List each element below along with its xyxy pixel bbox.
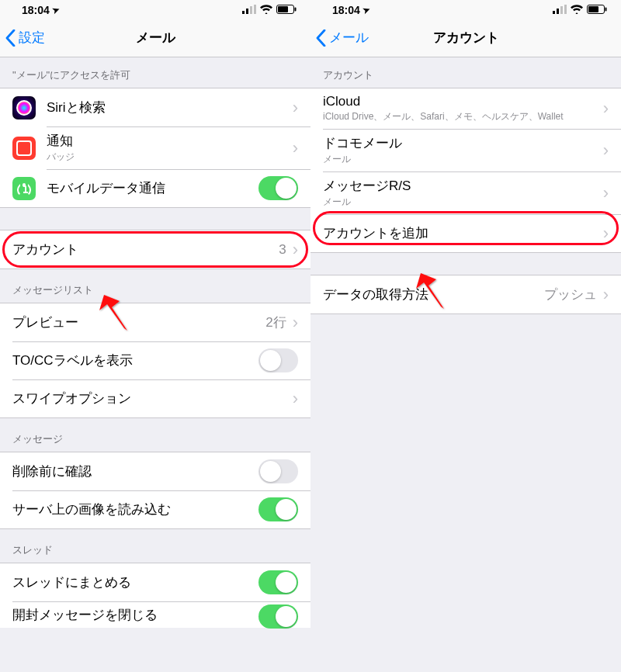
siri-icon xyxy=(12,96,36,120)
back-button[interactable]: 設定 xyxy=(0,29,45,47)
signal-icon xyxy=(553,4,567,16)
wifi-icon xyxy=(571,4,583,16)
account-sub: メール xyxy=(323,153,603,166)
back-label: 設定 xyxy=(19,29,45,47)
signal-icon xyxy=(242,4,256,16)
nav-bar: 設定 メール xyxy=(0,19,310,57)
cellular-label: モバイルデータ通信 xyxy=(47,179,258,197)
chevron-right-icon: › xyxy=(293,313,298,333)
section-message-header: メッセージ xyxy=(0,418,310,452)
back-label: メール xyxy=(329,29,369,47)
svg-rect-5 xyxy=(278,6,288,12)
account-row[interactable]: ドコモメール メール › xyxy=(310,129,621,171)
thread-group-row[interactable]: スレッドにまとめる xyxy=(0,563,310,601)
location-icon: ➤ xyxy=(362,4,372,16)
accounts-row[interactable]: アカウント 3 › xyxy=(0,230,310,268)
accounts-label: アカウント xyxy=(12,241,279,258)
svg-rect-12 xyxy=(588,6,598,12)
svg-rect-3 xyxy=(254,5,256,14)
chevron-right-icon: › xyxy=(603,99,609,119)
svg-rect-8 xyxy=(557,9,559,14)
cellular-switch[interactable] xyxy=(258,176,298,200)
confirm-delete-row[interactable]: 削除前に確認 xyxy=(0,452,310,490)
account-title: iCloud xyxy=(323,94,603,109)
swipe-row[interactable]: スワイプオプション › xyxy=(0,379,310,417)
cellular-icon xyxy=(12,177,36,200)
chevron-right-icon: › xyxy=(603,285,609,305)
chevron-right-icon: › xyxy=(293,98,298,118)
tocc-switch[interactable] xyxy=(258,348,298,372)
page-title: アカウント xyxy=(433,29,499,47)
status-bar: 18:04 ➤ xyxy=(310,0,621,19)
account-title: メッセージR/S xyxy=(323,177,603,195)
chevron-left-icon xyxy=(316,29,326,47)
battery-icon xyxy=(587,4,607,16)
siri-row[interactable]: Siriと検索 › xyxy=(0,88,310,126)
add-account-label: アカウントを追加 xyxy=(323,224,603,242)
load-remote-row[interactable]: サーバ上の画像を読み込む xyxy=(0,490,310,528)
chevron-right-icon: › xyxy=(293,389,298,409)
svg-rect-10 xyxy=(564,5,567,14)
section-access-header: "メール"にアクセスを許可 xyxy=(0,57,310,88)
svg-rect-2 xyxy=(250,6,252,14)
section-msglist-header: メッセージリスト xyxy=(0,269,310,303)
siri-label: Siriと検索 xyxy=(47,99,293,116)
status-time: 18:04 xyxy=(332,4,360,16)
right-screen: 18:04 ➤ メール アカウント アカウント iCloud iCloud D xyxy=(310,0,621,672)
swipe-label: スワイプオプション xyxy=(12,390,293,407)
notifications-icon xyxy=(12,137,36,160)
add-account-row[interactable]: アカウントを追加 › xyxy=(310,214,621,252)
svg-rect-9 xyxy=(560,6,563,14)
thread-group-label: スレッドにまとめる xyxy=(12,573,258,591)
account-row[interactable]: メッセージR/S メール › xyxy=(310,171,621,214)
tocc-row[interactable]: TO/CCラベルを表示 xyxy=(0,341,310,379)
chevron-right-icon: › xyxy=(603,223,609,244)
notifications-label: 通知 xyxy=(47,132,293,150)
cellular-row[interactable]: モバイルデータ通信 xyxy=(0,169,310,207)
tocc-label: TO/CCラベルを表示 xyxy=(12,352,258,369)
confirm-delete-label: 削除前に確認 xyxy=(12,462,258,480)
close-read-label: 開封メッセージを閉じる xyxy=(12,606,258,624)
fetch-label: データの取得方法 xyxy=(323,286,544,303)
confirm-delete-switch[interactable] xyxy=(258,459,298,483)
account-row[interactable]: iCloud iCloud Drive、メール、Safari、メモ、ヘルスケア、… xyxy=(310,88,621,129)
status-time: 18:04 xyxy=(22,4,50,16)
wifi-icon xyxy=(260,4,272,16)
page-title: メール xyxy=(136,29,175,47)
back-button[interactable]: メール xyxy=(310,29,369,47)
section-thread-header: スレッド xyxy=(0,529,310,563)
nav-bar: メール アカウント xyxy=(310,19,621,57)
preview-label: プレビュー xyxy=(12,313,265,331)
svg-rect-7 xyxy=(553,11,555,14)
fetch-row[interactable]: データの取得方法 プッシュ › xyxy=(310,275,621,313)
account-sub: iCloud Drive、メール、Safari、メモ、ヘルスケア、Wallet xyxy=(323,110,564,123)
preview-row[interactable]: プレビュー 2行 › xyxy=(0,303,310,341)
chevron-right-icon: › xyxy=(293,138,298,158)
status-bar: 18:04 ➤ xyxy=(0,0,310,19)
section-accounts-header: アカウント xyxy=(310,57,621,88)
chevron-right-icon: › xyxy=(603,183,609,203)
chevron-right-icon: › xyxy=(603,140,609,161)
chevron-right-icon: › xyxy=(293,240,298,260)
accounts-count: 3 xyxy=(279,242,286,258)
notifications-sub: バッジ xyxy=(47,151,293,164)
thread-group-switch[interactable] xyxy=(258,570,298,594)
fetch-value: プッシュ xyxy=(544,286,597,303)
notifications-row[interactable]: 通知 バッジ › xyxy=(0,126,310,169)
battery-icon xyxy=(276,4,297,16)
account-title: ドコモメール xyxy=(323,134,603,152)
load-remote-label: サーバ上の画像を読み込む xyxy=(12,501,258,518)
svg-rect-13 xyxy=(605,8,607,12)
svg-rect-0 xyxy=(242,11,245,14)
svg-rect-6 xyxy=(295,8,297,12)
load-remote-switch[interactable] xyxy=(258,497,298,521)
account-sub: メール xyxy=(323,196,603,209)
left-screen: 18:04 ➤ 設定 メール "メール"にアクセスを許可 Siriと検索 › xyxy=(0,0,310,672)
location-icon: ➤ xyxy=(51,4,61,16)
preview-value: 2行 xyxy=(265,313,286,331)
close-read-switch[interactable] xyxy=(258,604,298,629)
chevron-left-icon xyxy=(5,29,16,47)
svg-rect-1 xyxy=(246,9,248,14)
close-read-row[interactable]: 開封メッセージを閉じる xyxy=(0,601,310,628)
